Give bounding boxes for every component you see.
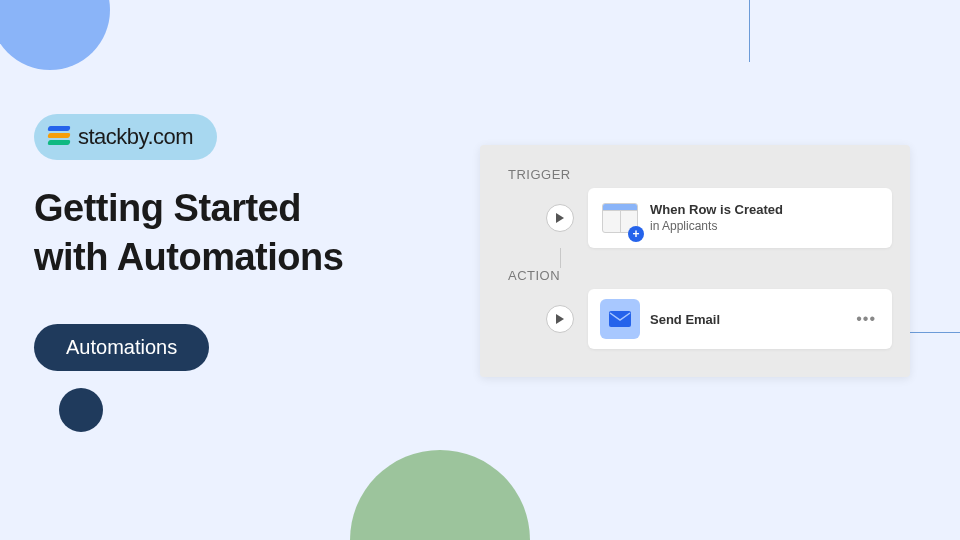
trigger-title: When Row is Created xyxy=(650,202,880,219)
brand-badge: stackby.com xyxy=(34,114,217,160)
action-title: Send Email xyxy=(650,312,842,327)
category-tag: Automations xyxy=(34,324,209,371)
page-title: Getting Started with Automations xyxy=(34,184,343,283)
mail-icon xyxy=(600,299,640,339)
action-more-button[interactable]: ••• xyxy=(852,310,880,328)
trigger-card[interactable]: + When Row is Created in Applicants xyxy=(588,188,892,248)
run-trigger-button[interactable] xyxy=(546,204,574,232)
svg-rect-0 xyxy=(609,311,631,327)
play-icon xyxy=(555,213,565,223)
stackby-logo-icon xyxy=(48,126,70,148)
trigger-section-label: TRIGGER xyxy=(508,167,892,182)
action-row: Send Email ••• xyxy=(498,289,892,349)
trigger-row: + When Row is Created in Applicants xyxy=(498,188,892,248)
play-icon xyxy=(555,314,565,324)
decorative-circle-dark xyxy=(59,388,103,432)
decorative-circle-green xyxy=(350,450,530,540)
automation-flow-panel: TRIGGER + When Row is Created in Applica… xyxy=(480,145,910,377)
decorative-line-vertical xyxy=(749,0,750,62)
trigger-subtitle: in Applicants xyxy=(650,219,880,235)
action-card[interactable]: Send Email ••• xyxy=(588,289,892,349)
action-section-label: ACTION xyxy=(508,268,892,283)
brand-name: stackby.com xyxy=(78,124,193,150)
plus-badge-icon: + xyxy=(628,226,644,242)
decorative-circle-blue xyxy=(0,0,110,70)
run-action-button[interactable] xyxy=(546,305,574,333)
table-add-icon: + xyxy=(600,198,640,238)
flow-connector-line xyxy=(560,248,561,268)
